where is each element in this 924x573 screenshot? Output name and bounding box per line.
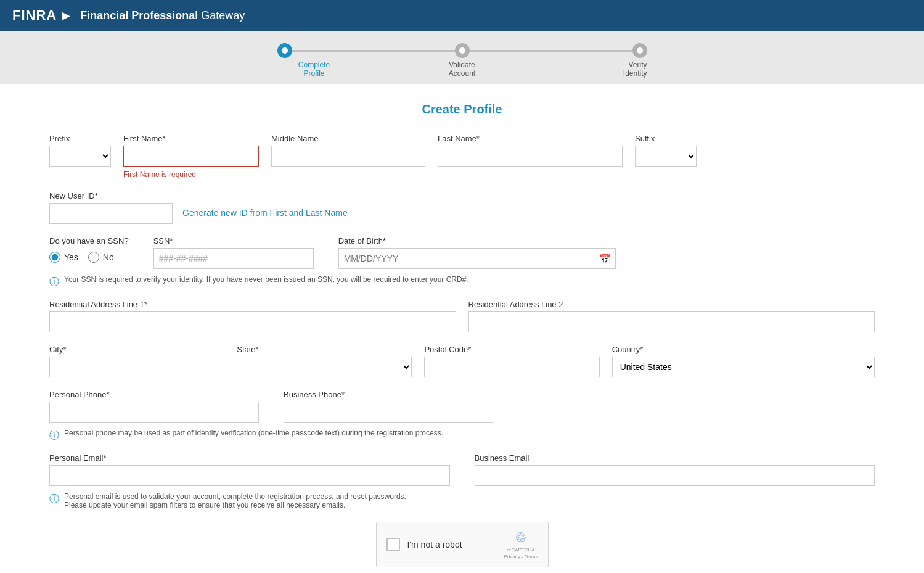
userid-section: New User ID* Generate new ID from First … [49,191,875,224]
ssn-group: SSN* [153,236,314,269]
step-validate-account [455,43,470,58]
suffix-select[interactable]: Jr. Sr. II III [635,146,697,167]
phone-note-text: Personal phone may be used as part of id… [64,429,443,437]
userid-row: Generate new ID from First and Last Name [49,203,875,224]
personal-phone-input[interactable] [49,402,259,423]
personal-email-input[interactable] [49,465,450,486]
city-label: City* [49,345,224,354]
step-verify-identity [632,43,647,58]
addr1-group: Residential Address Line 1* [49,300,456,332]
header: FINRA ▶ Financial Professional Gateway [0,0,924,31]
country-label: Country* [612,345,875,354]
city-input[interactable] [49,357,224,377]
main-content: Create Profile Prefix Mr. Mrs. Ms. Dr. F… [0,84,924,573]
lastname-label: Last Name* [438,134,623,143]
address-row: Residential Address Line 1* Residential … [49,300,875,332]
connector-2 [470,50,632,52]
addr2-input[interactable] [468,311,875,332]
addr1-input[interactable] [49,311,456,332]
step-circle-3 [632,43,647,58]
state-select[interactable]: Alabama Alaska Arizona California Colora… [237,357,412,377]
ssn-input[interactable] [153,248,314,269]
postal-input[interactable] [424,357,599,377]
logo-icon: ▶ [62,9,70,22]
connector-1 [292,50,455,52]
state-label: State* [237,345,412,354]
phone-note: ⓘ Personal phone may be used as part of … [49,429,875,442]
userid-label: New User ID* [49,191,875,200]
middlename-group: Middle Name [271,134,425,167]
phone-row: Personal Phone* Business Phone* [49,390,875,423]
prefix-select[interactable]: Mr. Mrs. Ms. Dr. [49,146,111,167]
recaptcha-brand: reCAPTCHA [507,547,534,553]
ssn-section: Do you have an SSN? Yes No SSN* Date of … [49,236,875,269]
ssn-label: SSN* [153,236,314,245]
name-row: Prefix Mr. Mrs. Ms. Dr. First Name* Firs… [49,134,875,179]
email-note-line1: Personal email is used to validate your … [64,492,406,501]
ssn-no-radio[interactable] [88,252,99,263]
business-phone-group: Business Phone* [284,390,493,423]
info-icon-ssn: ⓘ [49,276,59,289]
recaptcha-logo: ♲ reCAPTCHA Privacy - Terms [504,530,538,559]
ssn-note: ⓘ Your SSN is required to verify your id… [49,275,875,289]
personal-email-group: Personal Email* [49,453,450,486]
recaptcha-section: I'm not a robot ♲ reCAPTCHA Privacy - Te… [49,522,875,567]
suffix-label: Suffix [635,134,697,143]
ssn-yes-option[interactable]: Yes [49,252,78,263]
recaptcha-checkbox[interactable] [386,538,400,551]
step-circle-2 [455,43,470,58]
suffix-group: Suffix Jr. Sr. II III [635,134,697,167]
userid-input[interactable] [49,203,173,224]
dob-label: Date of Birth* [338,236,616,245]
progress-steps [277,43,647,58]
info-icon-email: ⓘ [49,493,59,506]
firstname-input[interactable] [123,146,259,167]
logo-text: FINRA [12,7,57,23]
personal-phone-label: Personal Phone* [49,390,259,399]
generate-id-link[interactable]: Generate new ID from First and Last Name [182,203,348,218]
ssn-yes-label: Yes [64,252,78,262]
business-email-label: Business Email [475,453,875,463]
firstname-group: First Name* First Name is required [123,134,259,179]
page-title: Create Profile [49,102,875,117]
business-phone-input[interactable] [284,402,493,423]
email-note-line2: Please update your email spam filters to… [64,501,406,509]
info-icon-phone: ⓘ [49,429,59,442]
ssn-question-group: Do you have an SSN? Yes No [49,236,129,263]
prefix-group: Prefix Mr. Mrs. Ms. Dr. [49,134,111,167]
ssn-no-option[interactable]: No [88,252,114,263]
recaptcha-label: I'm not a robot [407,540,497,550]
ssn-no-label: No [103,252,114,262]
ssn-radio-options: Yes No [49,252,129,263]
recaptcha-privacy: Privacy - Terms [504,554,538,559]
business-email-input[interactable] [475,465,875,486]
header-title: Financial Professional Gateway [80,9,245,22]
lastname-group: Last Name* [438,134,623,167]
postal-label: Postal Code* [424,345,599,354]
business-phone-label: Business Phone* [284,390,493,399]
ssn-yes-radio[interactable] [49,252,60,263]
personal-phone-group: Personal Phone* [49,390,259,423]
country-select[interactable]: United States Canada United Kingdom [612,357,875,377]
step-complete-profile [277,43,292,58]
progress-bar-section: CompleteProfile ValidateAccount VerifyId… [0,31,924,84]
firstname-error: First Name is required [123,170,259,179]
step-label-2: ValidateAccount [351,60,573,78]
logo: FINRA ▶ [12,7,70,23]
dob-input-wrapper: 📅 [338,248,616,269]
postal-group: Postal Code* [424,345,599,377]
addr2-label: Residential Address Line 2 [468,300,875,309]
lastname-input[interactable] [438,146,623,167]
addr1-label: Residential Address Line 1* [49,300,456,309]
middlename-label: Middle Name [271,134,425,143]
email-note: ⓘ Personal email is used to validate you… [49,492,875,509]
step-labels: CompleteProfile ValidateAccount VerifyId… [277,60,647,78]
dob-input[interactable] [338,248,616,269]
recaptcha-box[interactable]: I'm not a robot ♲ reCAPTCHA Privacy - Te… [376,522,549,567]
city-state-row: City* State* Alabama Alaska Arizona Cali… [49,345,875,377]
middlename-input[interactable] [271,146,425,167]
ssn-note-text: Your SSN is required to verify your iden… [64,275,468,284]
recaptcha-icon: ♲ [515,530,527,546]
step-label-1: CompleteProfile [277,60,351,78]
country-group: Country* United States Canada United Kin… [612,345,875,377]
